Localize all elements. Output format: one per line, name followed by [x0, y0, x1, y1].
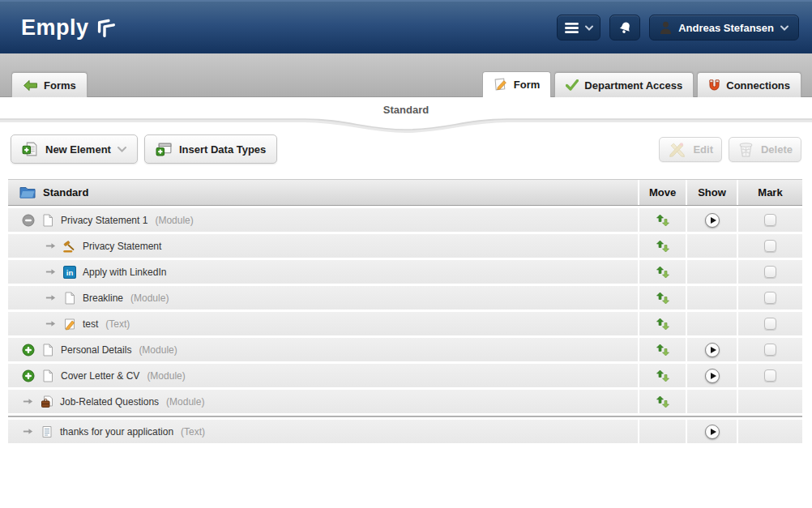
- mark-cell: [737, 208, 802, 232]
- move-handle-icon[interactable]: [656, 292, 669, 305]
- edit-button[interactable]: Edit: [659, 137, 722, 162]
- tab-bar: Forms FormDepartment AccessConnections: [0, 53, 812, 97]
- new-element-icon: [22, 141, 39, 158]
- pencil-page-icon: [63, 318, 76, 331]
- mark-cell: [737, 286, 802, 309]
- delete-button[interactable]: Delete: [729, 137, 801, 162]
- tab-label: Department Access: [584, 79, 682, 92]
- arrow-right-icon: [45, 318, 57, 330]
- tab-forms-back[interactable]: Forms: [11, 72, 88, 97]
- insert-data-types-button[interactable]: Insert Data Types: [144, 134, 277, 164]
- chevron-down-icon: [780, 25, 788, 31]
- tab-department-access[interactable]: Department Access: [554, 72, 694, 97]
- mark-checkbox[interactable]: [764, 369, 776, 382]
- table-row[interactable]: Breakline(Module): [8, 286, 802, 309]
- table-title: Standard: [43, 186, 88, 199]
- form-paper-icon: [494, 78, 508, 92]
- mark-checkbox[interactable]: [764, 266, 776, 278]
- back-arrow-icon: [23, 79, 38, 92]
- button-label: Edit: [693, 143, 713, 156]
- insert-data-types-icon: [156, 141, 173, 158]
- logo-double-chevron-icon: [94, 17, 116, 38]
- show-cell: [686, 390, 737, 413]
- button-label: Delete: [761, 143, 793, 156]
- emply-logo[interactable]: Emply: [21, 15, 116, 41]
- mark-checkbox[interactable]: [764, 240, 776, 252]
- move-cell: [638, 364, 686, 387]
- show-cell: [686, 312, 737, 335]
- row-type-suffix: (Module): [155, 215, 193, 226]
- toolbar: New Element Insert Data Types Edit: [0, 134, 812, 164]
- table-row[interactable]: Job-Related Questions(Module): [8, 390, 802, 413]
- svg-text:in: in: [66, 268, 74, 277]
- table-row[interactable]: inApply with LinkedIn: [8, 260, 802, 284]
- magnet-icon: [708, 79, 720, 92]
- mark-cell: [737, 312, 802, 335]
- app-header: Emply Andreas Stefansen: [0, 0, 812, 53]
- trash-icon: [737, 142, 754, 157]
- arrow-right-icon: [45, 292, 57, 304]
- row-type-suffix: (Module): [130, 292, 169, 304]
- collapse-icon[interactable]: [22, 214, 35, 227]
- chevron-down-icon: [118, 147, 126, 152]
- table-row[interactable]: Privacy Statement 1(Module): [8, 208, 802, 232]
- move-handle-icon[interactable]: [656, 214, 669, 227]
- mark-cell: [737, 390, 802, 413]
- move-handle-icon[interactable]: [656, 369, 669, 382]
- row-type-suffix: (Text): [105, 318, 130, 330]
- move-handle-icon[interactable]: [656, 266, 669, 279]
- menu-icon: [565, 23, 579, 33]
- notifications-button[interactable]: [609, 15, 640, 41]
- button-label: Insert Data Types: [179, 143, 266, 156]
- move-handle-icon[interactable]: [656, 395, 669, 408]
- table-row[interactable]: Privacy Statement: [8, 234, 802, 258]
- row-label: Personal Details: [61, 344, 131, 356]
- table-body: Privacy Statement 1(Module)Privacy State…: [8, 208, 802, 443]
- user-menu-button[interactable]: Andreas Stefansen: [649, 15, 799, 41]
- show-play-button[interactable]: [705, 343, 720, 357]
- mark-cell: [737, 260, 802, 284]
- tab-connections[interactable]: Connections: [697, 72, 801, 97]
- row-type-suffix: (Module): [139, 344, 177, 356]
- tab-form[interactable]: Form: [482, 71, 552, 97]
- page-title: Standard: [0, 97, 812, 116]
- row-type-suffix: (Module): [166, 396, 204, 408]
- page-icon: [41, 369, 54, 382]
- table-row[interactable]: thanks for your application(Text): [8, 420, 802, 443]
- table-row[interactable]: Personal Details(Module): [8, 338, 802, 361]
- move-cell: [638, 286, 686, 309]
- mark-checkbox[interactable]: [764, 344, 776, 356]
- tab-label: Form: [514, 79, 541, 91]
- page-icon: [63, 292, 76, 305]
- table-row[interactable]: Cover Letter & CV(Module): [8, 364, 802, 387]
- mark-checkbox[interactable]: [764, 214, 776, 226]
- show-play-button[interactable]: [705, 369, 720, 383]
- mark-checkbox[interactable]: [764, 292, 776, 304]
- user-avatar-icon: [660, 21, 672, 34]
- table-row[interactable]: test(Text): [8, 312, 802, 335]
- show-cell: [686, 208, 737, 232]
- move-handle-icon[interactable]: [656, 344, 669, 356]
- show-play-button[interactable]: [705, 213, 720, 228]
- arrow-right-icon: [22, 425, 34, 438]
- expand-icon[interactable]: [22, 344, 35, 356]
- move-cell: [638, 420, 686, 443]
- column-header-show: Show: [686, 180, 737, 205]
- tab-label: Connections: [726, 79, 790, 92]
- move-handle-icon[interactable]: [656, 318, 669, 331]
- new-element-button[interactable]: New Element: [11, 134, 138, 164]
- gavel-icon: [63, 240, 76, 253]
- button-label: New Element: [45, 143, 111, 156]
- show-play-button[interactable]: [705, 425, 720, 439]
- arrow-right-icon: [45, 266, 57, 278]
- mark-checkbox[interactable]: [764, 318, 776, 330]
- apps-menu-button[interactable]: [557, 15, 600, 41]
- row-label: Privacy Statement: [83, 241, 161, 252]
- briefcase-page-icon: [41, 395, 53, 408]
- row-label: Apply with LinkedIn: [83, 267, 166, 278]
- row-label: Job-Related Questions: [60, 396, 159, 408]
- move-handle-icon[interactable]: [656, 240, 669, 253]
- linkedin-icon: in: [63, 266, 76, 279]
- expand-icon[interactable]: [22, 369, 35, 382]
- form-elements-table: Standard Move Show Mark Privacy Statemen…: [8, 179, 802, 443]
